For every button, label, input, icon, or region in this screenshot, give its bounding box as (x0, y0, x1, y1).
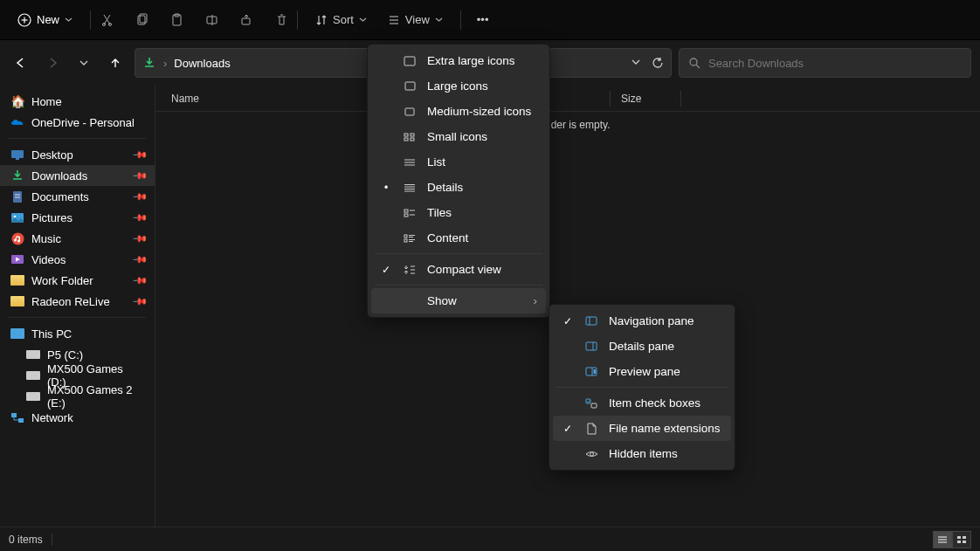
menu-item-file-extensions[interactable]: ✓ File name extensions (553, 416, 731, 441)
menu-label: Extra large icons (427, 54, 515, 67)
pin-icon: 📌 (131, 230, 148, 246)
details-view-toggle[interactable] (933, 531, 952, 548)
view-button[interactable]: View (379, 8, 452, 31)
forward-button[interactable] (40, 51, 65, 75)
copy-icon[interactable] (135, 13, 148, 27)
menu-label: Navigation pane (609, 314, 694, 327)
menu-item-list[interactable]: List (371, 149, 546, 175)
content-icon (403, 234, 417, 243)
sidebar-label: Documents (31, 190, 89, 203)
menu-item-medium-icons[interactable]: Medium-sized icons (371, 99, 546, 124)
sidebar-label: This PC (31, 327, 72, 341)
menu-item-large-icons[interactable]: Large icons (371, 73, 546, 99)
share-icon[interactable] (239, 13, 253, 27)
svg-rect-31 (957, 536, 961, 539)
svg-rect-40 (404, 138, 408, 141)
cut-icon[interactable] (100, 13, 114, 27)
svg-rect-61 (586, 342, 597, 350)
view-label: View (405, 13, 430, 26)
menu-item-details-pane[interactable]: Details pane (553, 334, 731, 359)
svg-rect-51 (404, 214, 408, 217)
sidebar-item-workfolder[interactable]: Work Folder 📌 (0, 270, 155, 291)
up-button[interactable] (103, 51, 128, 75)
svg-rect-27 (18, 418, 24, 423)
more-button[interactable]: ••• (470, 13, 496, 26)
menu-label: Medium-sized icons (427, 105, 531, 118)
search-bar[interactable] (679, 48, 971, 78)
new-label: New (37, 13, 59, 26)
menu-item-hidden-items[interactable]: Hidden items (553, 441, 731, 466)
sidebar-item-music[interactable]: Music 📌 (0, 228, 155, 249)
view-dropdown-menu: Extra large icons Large icons Medium-siz… (367, 44, 550, 318)
menu-label: Tiles (427, 206, 452, 219)
sidebar-label: MX500 Games 2 (E:) (47, 383, 144, 410)
sidebar-label: Music (31, 232, 61, 245)
menu-label: Compact view (427, 263, 501, 276)
breadcrumb-location[interactable]: Downloads (174, 57, 230, 70)
sidebar-item-onedrive[interactable]: OneDrive - Personal (0, 112, 155, 133)
check-icon: • (380, 182, 392, 194)
menu-item-details[interactable]: • Details (371, 175, 546, 200)
sidebar-item-network[interactable]: Network (0, 407, 155, 428)
search-input[interactable] (708, 57, 962, 70)
sidebar-item-pictures[interactable]: Pictures 📌 (0, 207, 155, 228)
pin-icon: 📌 (131, 167, 148, 183)
back-button[interactable] (9, 51, 33, 75)
icons-view-toggle[interactable] (952, 531, 971, 548)
file-extensions-icon (584, 423, 598, 435)
sidebar-item-thispc[interactable]: This PC (0, 323, 155, 344)
svg-rect-36 (405, 82, 415, 90)
column-size[interactable]: Size (611, 93, 680, 105)
divider (90, 10, 91, 30)
refresh-icon[interactable] (652, 57, 664, 69)
drive-icon (26, 368, 40, 382)
sidebar-item-documents[interactable]: Documents 📌 (0, 186, 155, 207)
new-button[interactable]: New (9, 10, 81, 31)
desktop-icon (10, 148, 24, 162)
sidebar-item-desktop[interactable]: Desktop 📌 (0, 144, 155, 165)
menu-item-extra-large-icons[interactable]: Extra large icons (371, 48, 546, 73)
menu-label: Preview pane (609, 365, 680, 378)
empty-folder-message: lder is empty. (549, 119, 610, 131)
pin-icon: 📌 (131, 146, 148, 162)
sidebar-item-drive-e[interactable]: MX500 Games 2 (E:) (0, 386, 155, 407)
menu-item-compact-view[interactable]: ✓ Compact view (371, 257, 546, 282)
menu-item-content[interactable]: Content (371, 225, 546, 251)
navigation-pane-icon (584, 316, 598, 326)
sidebar-item-radeon[interactable]: Radeon ReLive 📌 (0, 291, 155, 312)
menu-item-preview-pane[interactable]: Preview pane (553, 359, 731, 384)
sort-button[interactable]: Sort (307, 8, 376, 31)
sidebar-label: OneDrive - Personal (31, 116, 135, 129)
sidebar-item-downloads[interactable]: Downloads 📌 (0, 165, 155, 186)
menu-item-check-boxes[interactable]: Item check boxes (553, 390, 731, 416)
svg-rect-39 (411, 134, 414, 136)
menu-item-show[interactable]: Show › (371, 288, 546, 313)
svg-rect-32 (963, 536, 966, 539)
sidebar-item-home[interactable]: 🏠 Home (0, 91, 155, 112)
svg-rect-17 (11, 150, 24, 158)
menu-item-tiles[interactable]: Tiles (371, 200, 546, 225)
breadcrumb-chevron: › (163, 57, 167, 70)
onedrive-icon (10, 115, 24, 129)
tiles-icon (403, 209, 417, 217)
music-icon (10, 231, 24, 245)
menu-label: Content (427, 231, 468, 245)
svg-rect-34 (963, 541, 966, 543)
drive-icon (26, 389, 40, 403)
folder-icon (10, 294, 24, 308)
chevron-down-icon (359, 16, 367, 24)
chevron-down-icon (435, 16, 443, 24)
address-dropdown-icon[interactable] (631, 57, 641, 67)
svg-rect-38 (404, 134, 408, 136)
sidebar-label: Desktop (31, 148, 73, 162)
svg-point-24 (11, 232, 24, 245)
large-icons-icon (403, 81, 417, 91)
menu-item-navigation-pane[interactable]: ✓ Navigation pane (553, 308, 731, 334)
paste-icon[interactable] (169, 13, 183, 27)
sidebar-item-videos[interactable]: Videos 📌 (0, 249, 155, 270)
rename-icon[interactable] (204, 13, 218, 27)
menu-item-small-icons[interactable]: Small icons (371, 124, 546, 149)
svg-rect-19 (13, 191, 22, 203)
recent-dropdown[interactable] (72, 51, 96, 75)
delete-icon[interactable] (274, 13, 288, 27)
